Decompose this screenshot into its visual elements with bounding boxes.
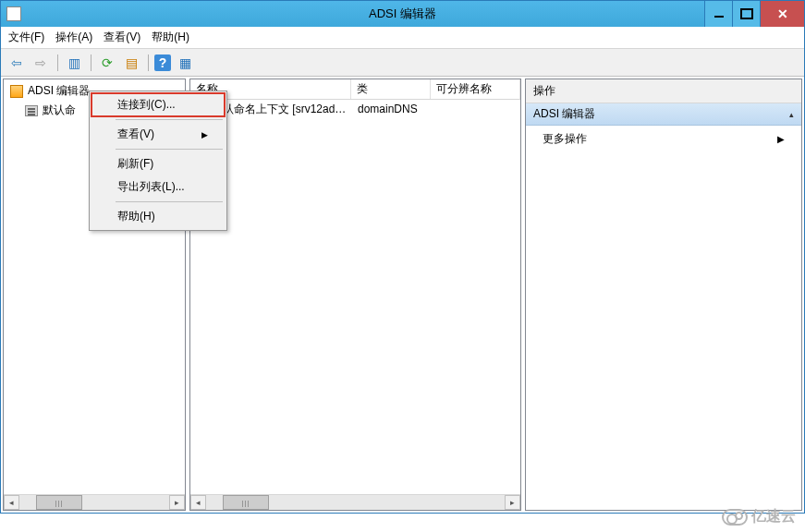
menu-view[interactable]: 查看(V) bbox=[104, 30, 140, 45]
menu-help[interactable]: 帮助(H) bbox=[152, 30, 189, 45]
app-icon bbox=[6, 6, 21, 21]
scroll-right-button[interactable]: ▸ bbox=[169, 495, 185, 510]
menu-separator bbox=[116, 119, 223, 120]
column-dn[interactable]: 可分辨名称 bbox=[431, 79, 520, 99]
forward-arrow-icon: ⇨ bbox=[30, 53, 51, 73]
scroll-left-button[interactable]: ◂ bbox=[4, 495, 19, 510]
list-scrollbar[interactable]: ◂ ||| ▸ bbox=[190, 494, 520, 510]
menu-separator bbox=[116, 201, 223, 202]
actions-pane: 操作 ADSI 编辑器 ▴ 更多操作 ▶ bbox=[525, 79, 802, 511]
context-refresh-label: 刷新(F) bbox=[117, 156, 153, 172]
watermark-logo-icon bbox=[722, 509, 748, 526]
properties-icon[interactable]: ▦ bbox=[175, 53, 195, 73]
list-view[interactable]: 认命名上下文 [srv12ad0... domainDNS bbox=[190, 100, 520, 494]
toolbar-separator bbox=[88, 53, 93, 73]
menu-action[interactable]: 操作(A) bbox=[55, 30, 92, 45]
scroll-thumb[interactable]: ||| bbox=[223, 495, 269, 510]
adsi-editor-icon bbox=[9, 84, 24, 99]
tree-scrollbar[interactable]: ◂ ||| ▸ bbox=[4, 494, 185, 510]
menu-bar: 文件(F) 操作(A) 查看(V) 帮助(H) bbox=[1, 27, 804, 49]
tree-root-label: ADSI 编辑器 bbox=[28, 83, 90, 99]
actions-header: 操作 bbox=[526, 79, 801, 103]
menu-file[interactable]: 文件(F) bbox=[8, 30, 44, 45]
actions-more-item[interactable]: 更多操作 ▶ bbox=[526, 126, 801, 152]
context-export-label: 导出列表(L)... bbox=[117, 179, 185, 195]
toolbar-separator bbox=[145, 53, 151, 73]
title-bar[interactable]: ADSI 编辑器 bbox=[1, 1, 804, 27]
context-view-item[interactable]: 查看(V) ▶ bbox=[91, 123, 225, 146]
watermark-text: 亿速云 bbox=[751, 507, 796, 526]
context-connect-item[interactable]: 连接到(C)... bbox=[91, 93, 225, 116]
scroll-right-button[interactable]: ▸ bbox=[505, 495, 520, 510]
context-help-label: 帮助(H) bbox=[117, 209, 155, 224]
context-help-item[interactable]: 帮助(H) bbox=[91, 205, 225, 228]
context-view-label: 查看(V) bbox=[117, 127, 154, 142]
submenu-arrow-icon: ▶ bbox=[777, 134, 785, 144]
column-headers: 名称 类 可分辨名称 bbox=[190, 79, 520, 100]
refresh-icon[interactable]: ⟳ bbox=[97, 53, 117, 73]
actions-item-label: 更多操作 bbox=[543, 131, 587, 147]
context-export-item[interactable]: 导出列表(L)... bbox=[91, 175, 225, 199]
context-connect-label: 连接到(C)... bbox=[117, 97, 176, 113]
scroll-track[interactable]: ||| bbox=[206, 495, 505, 510]
toolbar: ⇦ ⇨ ▥ ⟳ ▤ ? ▦ bbox=[1, 49, 804, 77]
collapse-icon: ▴ bbox=[789, 110, 794, 119]
close-button[interactable] bbox=[760, 1, 804, 27]
window-title: ADSI 编辑器 bbox=[369, 6, 436, 22]
maximize-button[interactable] bbox=[732, 1, 760, 27]
minimize-button[interactable] bbox=[704, 1, 732, 27]
scroll-left-button[interactable]: ◂ bbox=[190, 495, 206, 510]
window-controls bbox=[704, 1, 804, 27]
tree-child-label: 默认命 bbox=[43, 103, 76, 118]
column-class[interactable]: 类 bbox=[351, 79, 431, 99]
menu-separator bbox=[116, 149, 223, 150]
help-icon[interactable]: ? bbox=[154, 54, 171, 71]
list-cell-class: domainDNS bbox=[352, 103, 432, 115]
scroll-thumb[interactable]: ||| bbox=[36, 495, 82, 510]
show-hide-tree-icon[interactable]: ▥ bbox=[64, 53, 84, 73]
back-arrow-icon[interactable]: ⇦ bbox=[6, 53, 27, 73]
scroll-track[interactable]: ||| bbox=[19, 495, 169, 510]
context-refresh-item[interactable]: 刷新(F) bbox=[91, 152, 225, 175]
list-pane: 名称 类 可分辨名称 认命名上下文 [srv12ad0... domainDNS… bbox=[189, 79, 521, 511]
submenu-arrow-icon: ▶ bbox=[201, 130, 208, 139]
actions-group[interactable]: ADSI 编辑器 ▴ bbox=[526, 103, 801, 126]
list-item[interactable]: 认命名上下文 [srv12ad0... domainDNS bbox=[191, 101, 519, 117]
naming-context-icon bbox=[24, 103, 39, 118]
export-list-icon[interactable]: ▤ bbox=[121, 53, 141, 73]
application-window: ADSI 编辑器 文件(F) 操作(A) 查看(V) 帮助(H) ⇦ ⇨ ▥ ⟳… bbox=[0, 0, 805, 514]
toolbar-separator bbox=[55, 53, 60, 73]
watermark: 亿速云 bbox=[722, 507, 796, 526]
actions-group-label: ADSI 编辑器 bbox=[533, 106, 595, 122]
context-menu: 连接到(C)... 查看(V) ▶ 刷新(F) 导出列表(L)... 帮助(H) bbox=[89, 91, 227, 231]
